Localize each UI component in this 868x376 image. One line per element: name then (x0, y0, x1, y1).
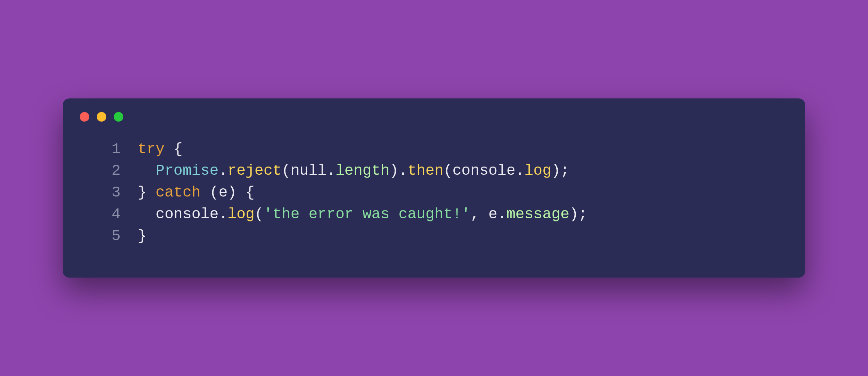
code-token: . (327, 162, 336, 179)
code-token: } (138, 184, 156, 201)
code-line: 2 Promise.reject(null.length).then(conso… (83, 160, 785, 182)
minimize-icon[interactable] (97, 112, 106, 122)
close-icon[interactable] (80, 112, 89, 122)
stage: 1try {2 Promise.reject(null.length).then… (0, 0, 868, 376)
zoom-icon[interactable] (114, 112, 123, 122)
code-line-content: console.log('the error was caught!', e.m… (138, 204, 785, 225)
code-token: e (489, 206, 497, 223)
code-token: . (219, 162, 228, 179)
code-token: console (156, 206, 219, 223)
code-token (138, 162, 156, 179)
code-line: 5} (83, 225, 785, 247)
code-line-content: Promise.reject(null.length).then(console… (138, 160, 785, 182)
code-token: catch (156, 184, 201, 201)
code-token: ( (444, 162, 452, 179)
code-token: length (336, 162, 389, 179)
code-token: , (470, 206, 489, 223)
code-token: . (497, 206, 506, 223)
code-token: ). (389, 162, 407, 179)
window-titlebar (63, 98, 805, 132)
code-line-content: } (138, 225, 785, 247)
line-number: 1 (83, 139, 138, 160)
code-token: console (452, 162, 515, 179)
line-number: 3 (83, 182, 138, 204)
code-token: ( (254, 206, 263, 223)
code-block: 1try {2 Promise.reject(null.length).then… (63, 132, 805, 247)
code-token: ( (282, 162, 291, 179)
code-token: then (407, 162, 444, 179)
code-token: ) { (228, 184, 254, 201)
code-token: log (524, 162, 551, 179)
code-token: log (228, 206, 254, 223)
code-token: 'the error was caught!' (264, 206, 470, 223)
code-line: 1try { (83, 139, 785, 160)
code-token: try (138, 141, 165, 158)
code-token (138, 206, 156, 223)
code-token: message (507, 206, 570, 223)
code-token: ); (569, 206, 587, 223)
code-token: e (219, 184, 228, 201)
code-token: . (515, 162, 524, 179)
code-token: null (291, 162, 327, 179)
code-token: ); (552, 162, 570, 179)
code-token: } (138, 228, 146, 245)
line-number: 4 (83, 204, 138, 225)
code-token: Promise (156, 162, 219, 179)
code-token: { (165, 141, 183, 158)
line-number: 2 (83, 160, 138, 182)
code-line-content: } catch (e) { (138, 182, 785, 204)
code-token: reject (228, 162, 281, 179)
code-line: 3} catch (e) { (83, 182, 785, 204)
code-window: 1try {2 Promise.reject(null.length).then… (63, 98, 805, 278)
code-line: 4 console.log('the error was caught!', e… (83, 204, 785, 225)
code-token: . (219, 206, 228, 223)
code-token: ( (201, 184, 219, 201)
line-number: 5 (83, 225, 138, 247)
code-line-content: try { (138, 139, 785, 160)
